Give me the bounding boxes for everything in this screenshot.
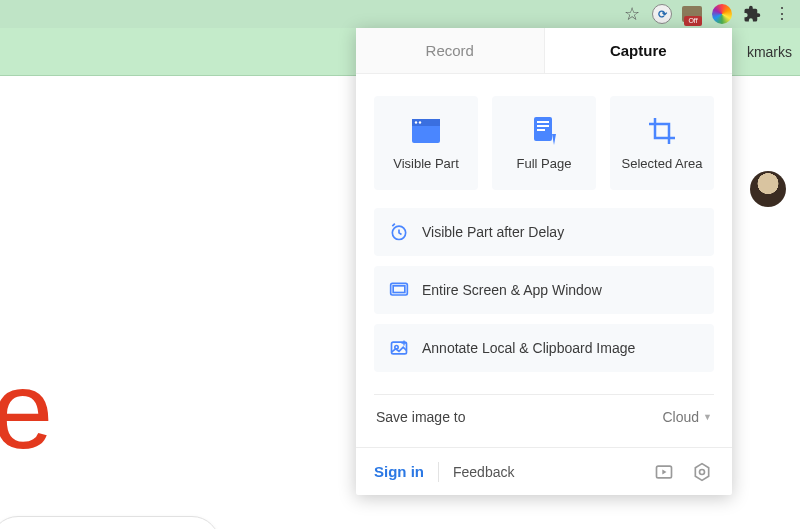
screen-icon xyxy=(388,279,410,301)
capture-visible-part-button[interactable]: Visible Part xyxy=(374,96,478,190)
row-label: Entire Screen & App Window xyxy=(422,282,602,298)
crop-icon xyxy=(647,116,677,146)
extension-recorder-icon[interactable]: ⟳ xyxy=(652,4,672,24)
annotate-image-button[interactable]: Annotate Local & Clipboard Image xyxy=(374,324,714,372)
settings-icon[interactable] xyxy=(690,460,714,484)
row-label: Visible Part after Delay xyxy=(422,224,564,240)
sign-in-link[interactable]: Sign in xyxy=(374,463,424,480)
capture-full-page-button[interactable]: Full Page xyxy=(492,96,596,190)
browser-menu-icon[interactable]: ⋮ xyxy=(772,4,792,24)
svg-rect-7 xyxy=(537,129,545,131)
extensions-puzzle-icon[interactable] xyxy=(742,4,762,24)
profile-avatar[interactable] xyxy=(750,171,786,207)
svg-point-3 xyxy=(419,121,421,123)
card-label: Visible Part xyxy=(393,156,459,171)
extension-popup: Record Capture Visible Part Full Page xyxy=(356,28,732,495)
window-icon xyxy=(411,116,441,146)
capture-selected-area-button[interactable]: Selected Area xyxy=(610,96,714,190)
save-destination-row: Save image to Cloud ▼ xyxy=(374,409,714,439)
divider xyxy=(438,462,439,482)
chevron-down-icon: ▼ xyxy=(703,412,712,422)
bookmarks-label[interactable]: kmarks xyxy=(747,44,792,60)
svg-point-15 xyxy=(700,469,705,474)
library-icon[interactable] xyxy=(652,460,676,484)
svg-rect-6 xyxy=(537,125,549,127)
divider xyxy=(374,394,714,395)
save-dest-value: Cloud xyxy=(662,409,699,425)
card-label: Selected Area xyxy=(622,156,703,171)
svg-marker-14 xyxy=(695,463,708,480)
svg-point-2 xyxy=(415,121,417,123)
timer-icon xyxy=(388,221,410,243)
tab-capture[interactable]: Capture xyxy=(545,28,733,73)
page-scroll-icon xyxy=(529,116,559,146)
row-label: Annotate Local & Clipboard Image xyxy=(422,340,635,356)
extension-folder-icon[interactable]: Off xyxy=(682,4,702,24)
popup-footer: Sign in Feedback xyxy=(356,447,732,495)
popup-tabs: Record Capture xyxy=(356,28,732,74)
card-label: Full Page xyxy=(517,156,572,171)
save-label: Save image to xyxy=(376,409,466,425)
capture-entire-screen-button[interactable]: Entire Screen & App Window xyxy=(374,266,714,314)
svg-rect-5 xyxy=(537,121,549,123)
search-input[interactable] xyxy=(0,516,220,529)
google-logo-fragment: e xyxy=(0,346,53,473)
browser-toolbar: ☆ ⟳ Off ⋮ xyxy=(0,0,800,28)
extension-colorpicker-icon[interactable] xyxy=(712,4,732,24)
feedback-link[interactable]: Feedback xyxy=(453,464,514,480)
svg-rect-10 xyxy=(393,286,405,293)
tab-record[interactable]: Record xyxy=(356,28,545,73)
extension-off-badge: Off xyxy=(684,16,702,26)
capture-after-delay-button[interactable]: Visible Part after Delay xyxy=(374,208,714,256)
image-upload-icon xyxy=(388,337,410,359)
save-destination-dropdown[interactable]: Cloud ▼ xyxy=(662,409,712,425)
bookmark-star-icon[interactable]: ☆ xyxy=(622,4,642,24)
